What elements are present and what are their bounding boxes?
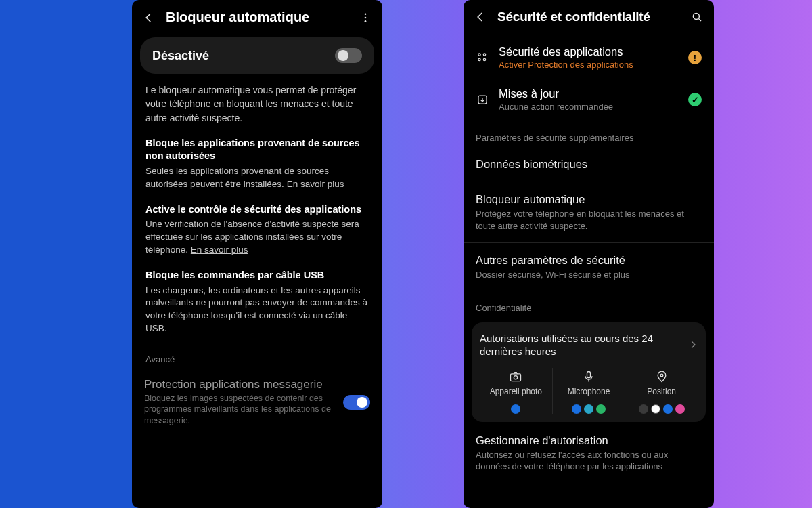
warning-badge-icon: ! [688, 51, 702, 64]
page-title: Bloqueur automatique [166, 9, 348, 25]
svg-point-8 [483, 58, 485, 60]
privacy-section-header: Confidentialité [464, 291, 714, 318]
camera-icon [482, 369, 549, 384]
app-dots [482, 404, 549, 414]
ok-badge-icon: ✓ [688, 93, 702, 106]
chevron-right-icon [688, 340, 698, 350]
status-sub: Activer Protection des applications [499, 60, 679, 70]
svg-point-2 [365, 20, 367, 22]
page-title: Sécurité et confidentialité [497, 9, 680, 24]
permissions-title: Autorisations utilisées au cours des 24 … [480, 332, 683, 358]
perm-camera[interactable]: Appareil photo [480, 368, 552, 414]
header: Sécurité et confidentialité [464, 0, 714, 37]
header: Bloqueur automatique [132, 0, 382, 37]
master-toggle-switch[interactable] [335, 48, 362, 63]
feature-block-usb: Bloque les commandes par câble USB Les c… [132, 269, 382, 347]
svg-point-6 [483, 54, 485, 56]
mic-icon [556, 369, 623, 384]
back-button[interactable] [473, 9, 488, 24]
advanced-section-header: Avancé [132, 347, 382, 370]
learn-more-link[interactable]: En savoir plus [287, 179, 344, 189]
feature-block-security-check: Active le contrôle de sécurité des appli… [132, 203, 382, 269]
feature-title: Bloque les applications provenant de sou… [145, 137, 369, 163]
item-auto-blocker[interactable]: Bloqueur automatique Protégez votre télé… [464, 184, 714, 241]
permissions-columns: Appareil photo Microphone Position [480, 368, 698, 414]
svg-point-3 [693, 13, 699, 19]
perm-microphone[interactable]: Microphone [552, 368, 625, 414]
phone-auto-blocker: Bloqueur automatique Désactivé Le bloque… [132, 0, 382, 508]
permissions-card[interactable]: Autorisations utilisées au cours des 24 … [472, 322, 706, 422]
status-sub: Aucune action recommandée [499, 102, 679, 112]
svg-point-13 [660, 374, 663, 377]
status-title: Mises à jour [499, 87, 679, 100]
svg-point-7 [478, 58, 480, 60]
status-title: Sécurité des applications [499, 45, 679, 58]
extra-security-section-header: Paramètres de sécurité supplémentaires [464, 121, 714, 148]
master-toggle-label: Désactivé [152, 49, 209, 63]
search-button[interactable] [690, 9, 704, 24]
perm-location[interactable]: Position [625, 368, 698, 414]
item-other-security[interactable]: Autres paramètres de sécurité Dossier sé… [464, 245, 714, 291]
feature-desc: Une vérification de l'absence d'activité… [145, 218, 369, 257]
learn-more-link[interactable]: En savoir plus [191, 245, 248, 255]
item-biometrics[interactable]: Données biométriques [464, 148, 714, 180]
svg-rect-12 [587, 371, 591, 377]
item-permission-manager[interactable]: Gestionnaire d'autorisation Autorisez ou… [464, 430, 714, 482]
divider [464, 242, 714, 243]
intro-text: Le bloqueur automatique vous permet de p… [132, 83, 382, 137]
master-toggle-card[interactable]: Désactivé [140, 37, 374, 74]
feature-desc: Seules les applications provenant de sou… [145, 165, 369, 191]
messaging-protection-label: Protection applications messagerie Bloqu… [144, 378, 336, 426]
messaging-protection-row[interactable]: Protection applications messagerie Bloqu… [132, 370, 382, 434]
feature-desc: Les chargeurs, les ordinateurs et les au… [145, 284, 369, 336]
app-dots [628, 404, 695, 414]
svg-point-1 [365, 16, 367, 18]
svg-line-4 [698, 18, 701, 21]
divider [464, 182, 714, 182]
back-button[interactable] [141, 10, 156, 25]
svg-point-0 [365, 13, 367, 15]
status-app-security[interactable]: Sécurité des applications Activer Protec… [464, 37, 714, 79]
apps-icon [476, 51, 489, 64]
phone-security-privacy: Sécurité et confidentialité Sécurité des… [464, 0, 714, 508]
messaging-protection-switch[interactable] [343, 395, 370, 410]
feature-block-sources: Bloque les applications provenant de sou… [132, 137, 382, 203]
svg-point-11 [514, 375, 518, 379]
feature-title: Active le contrôle de sécurité des appli… [145, 203, 369, 217]
svg-point-5 [478, 54, 480, 56]
status-updates[interactable]: Mises à jour Aucune action recommandée ✓ [464, 79, 714, 121]
location-icon [628, 369, 695, 384]
shield-update-icon [476, 93, 489, 106]
app-dots [556, 404, 623, 414]
more-menu-button[interactable] [358, 10, 373, 25]
feature-title: Bloque les commandes par câble USB [145, 269, 369, 282]
svg-rect-10 [511, 373, 521, 381]
